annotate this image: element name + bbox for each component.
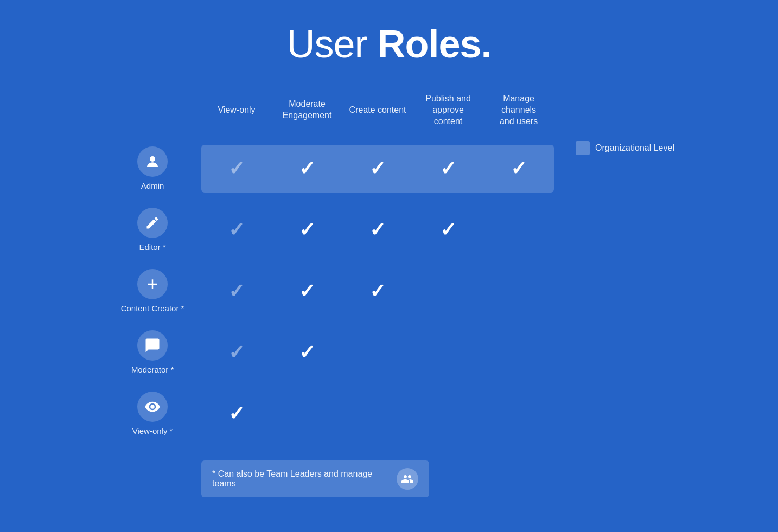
moderator-check-3: ✓ bbox=[342, 332, 413, 373]
admin-icon bbox=[137, 146, 168, 177]
moderator-check-1: ✓ bbox=[201, 332, 272, 373]
content-creator-check-3: ✓ bbox=[342, 271, 413, 311]
editor-check-3: ✓ bbox=[342, 210, 413, 250]
role-cell-moderator: Moderator * bbox=[104, 322, 201, 383]
editor-label: Editor * bbox=[139, 242, 165, 252]
content-creator-check-1: ✓ bbox=[201, 271, 272, 311]
view-only-check-5: ✓ bbox=[483, 394, 554, 434]
editor-row: ✓ ✓ ✓ ✓ ✓ bbox=[201, 206, 554, 254]
moderator-check-2: ✓ bbox=[272, 332, 342, 373]
col-header-view-only: View-only bbox=[201, 105, 272, 127]
editor-check-2: ✓ bbox=[272, 210, 342, 250]
moderator-icon bbox=[137, 330, 168, 361]
role-cell-admin: Admin bbox=[104, 138, 201, 199]
view-only-row: ✓ ✓ ✓ ✓ ✓ bbox=[201, 390, 554, 438]
editor-check-5: ✓ bbox=[483, 210, 554, 250]
view-only-check-2: ✓ bbox=[272, 394, 342, 434]
admin-label: Admin bbox=[141, 181, 164, 190]
view-only-icon bbox=[137, 392, 168, 422]
content-creator-check-5: ✓ bbox=[483, 271, 554, 311]
footer-note: * Can also be Team Leaders and manage te… bbox=[201, 460, 429, 497]
editor-check-4: ✓ bbox=[413, 210, 483, 250]
moderator-check-4: ✓ bbox=[413, 332, 483, 373]
view-only-label: View-only * bbox=[132, 426, 173, 435]
legend: Organizational Level bbox=[576, 141, 674, 155]
legend-label: Organizational Level bbox=[595, 143, 674, 153]
svg-point-0 bbox=[150, 156, 155, 162]
content-creator-label: Content Creator * bbox=[121, 304, 184, 313]
content-creator-check-4: ✓ bbox=[413, 271, 483, 311]
roles-table: View-only Moderate Engagement Create con… bbox=[104, 93, 554, 444]
view-only-check-4: ✓ bbox=[413, 394, 483, 434]
page-title: User Roles. bbox=[286, 22, 491, 66]
col-header-moderate: Moderate Engagement bbox=[272, 99, 342, 132]
admin-check-3: ✓ bbox=[342, 149, 413, 189]
team-leaders-icon bbox=[397, 468, 418, 490]
main-content: View-only Moderate Engagement Create con… bbox=[104, 93, 674, 497]
moderator-label: Moderator * bbox=[131, 365, 174, 374]
col-header-publish: Publish and approve content bbox=[413, 93, 483, 138]
admin-check-2: ✓ bbox=[272, 149, 342, 189]
legend-box bbox=[576, 141, 590, 155]
content-creator-icon bbox=[137, 269, 168, 299]
role-cell-view-only: View-only * bbox=[104, 383, 201, 444]
footer-text: * Can also be Team Leaders and manage te… bbox=[212, 469, 388, 489]
editor-icon bbox=[137, 208, 168, 238]
view-only-check-1: ✓ bbox=[201, 394, 272, 434]
col-header-create: Create content bbox=[342, 105, 413, 127]
view-only-check-3: ✓ bbox=[342, 394, 413, 434]
admin-row-highlight: ✓ ✓ ✓ ✓ ✓ bbox=[201, 145, 554, 193]
table-section: View-only Moderate Engagement Create con… bbox=[104, 93, 554, 497]
role-cell-editor: Editor * bbox=[104, 199, 201, 260]
editor-check-1: ✓ bbox=[201, 210, 272, 250]
content-creator-check-2: ✓ bbox=[272, 271, 342, 311]
moderator-row: ✓ ✓ ✓ ✓ ✓ bbox=[201, 329, 554, 376]
col-header-role bbox=[104, 110, 201, 121]
admin-check-5: ✓ bbox=[483, 149, 554, 189]
admin-check-1: ✓ bbox=[201, 149, 272, 189]
moderator-check-5: ✓ bbox=[483, 332, 554, 373]
content-creator-row: ✓ ✓ ✓ ✓ ✓ bbox=[201, 267, 554, 315]
col-header-manage: Manage channels and users bbox=[483, 93, 554, 138]
role-cell-content-creator: Content Creator * bbox=[104, 260, 201, 322]
admin-check-4: ✓ bbox=[413, 149, 483, 189]
